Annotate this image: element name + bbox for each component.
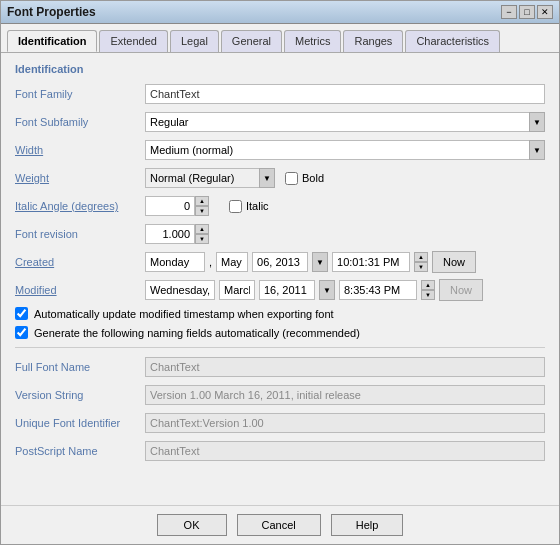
- font-properties-window: Font Properties − □ ✕ Identification Ext…: [0, 0, 560, 545]
- separator: [15, 347, 545, 348]
- minimize-button[interactable]: −: [501, 5, 517, 19]
- ok-button[interactable]: OK: [157, 514, 227, 536]
- created-time-down[interactable]: ▼: [414, 262, 428, 272]
- auto-update-checkbox[interactable]: [15, 307, 28, 320]
- weight-select-wrap: Normal (Regular) Bold Light ▼: [145, 168, 275, 188]
- modified-time-down[interactable]: ▼: [421, 290, 435, 300]
- help-button[interactable]: Help: [331, 514, 404, 536]
- version-string-label: Version String: [15, 389, 145, 401]
- font-subfamily-select[interactable]: Regular Bold Italic: [145, 112, 545, 132]
- italic-label: Italic: [246, 200, 269, 212]
- cancel-button[interactable]: Cancel: [237, 514, 321, 536]
- italic-angle-spin-buttons: ▲ ▼: [195, 196, 209, 216]
- generate-checkbox[interactable]: [15, 326, 28, 339]
- weight-row: Weight Normal (Regular) Bold Light ▼ Bol…: [15, 167, 545, 189]
- font-subfamily-label: Font Subfamily: [15, 116, 145, 128]
- modified-time-input[interactable]: [339, 280, 417, 300]
- font-revision-spin-buttons: ▲ ▼: [195, 224, 209, 244]
- width-select-wrap: Medium (normal) Condensed Expanded ▼: [145, 140, 545, 160]
- font-revision-row: Font revision ▲ ▼: [15, 223, 545, 245]
- generate-row: Generate the following naming fields aut…: [15, 326, 545, 339]
- font-revision-label: Font revision: [15, 228, 145, 240]
- created-day-input[interactable]: [145, 252, 205, 272]
- version-string-input[interactable]: [145, 385, 545, 405]
- bold-checkbox-row: Bold: [285, 172, 324, 185]
- modified-date-row: ▼ ▲ ▼ Now: [145, 279, 483, 301]
- font-family-input[interactable]: [145, 84, 545, 104]
- created-time-input[interactable]: [332, 252, 410, 272]
- unique-id-label: Unique Font Identifier: [15, 417, 145, 429]
- font-subfamily-select-wrap: Regular Bold Italic ▼: [145, 112, 545, 132]
- bold-checkbox[interactable]: [285, 172, 298, 185]
- version-string-row: Version String: [15, 384, 545, 406]
- tab-identification[interactable]: Identification: [7, 30, 97, 52]
- width-row: Width Medium (normal) Condensed Expanded…: [15, 139, 545, 161]
- modified-time-spin: ▲ ▼: [421, 280, 435, 300]
- modified-date-input[interactable]: [259, 280, 315, 300]
- modified-now-button[interactable]: Now: [439, 279, 483, 301]
- tab-extended[interactable]: Extended: [99, 30, 167, 52]
- font-revision-input[interactable]: [145, 224, 195, 244]
- title-controls: − □ ✕: [501, 5, 553, 19]
- created-date-arrow[interactable]: ▼: [312, 252, 328, 272]
- full-font-name-label: Full Font Name: [15, 361, 145, 373]
- modified-day-input[interactable]: [145, 280, 215, 300]
- created-now-button[interactable]: Now: [432, 251, 476, 273]
- italic-angle-up[interactable]: ▲: [195, 196, 209, 206]
- created-month-input[interactable]: [216, 252, 248, 272]
- font-subfamily-row: Font Subfamily Regular Bold Italic ▼: [15, 111, 545, 133]
- font-revision-spin: ▲ ▼: [145, 224, 209, 244]
- tab-characteristics[interactable]: Characteristics: [405, 30, 500, 52]
- italic-angle-down[interactable]: ▼: [195, 206, 209, 216]
- modified-row: Modified ▼ ▲ ▼ Now: [15, 279, 545, 301]
- modified-time-up[interactable]: ▲: [421, 280, 435, 290]
- italic-controls: ▲ ▼ Italic: [145, 196, 269, 216]
- tab-ranges[interactable]: Ranges: [343, 30, 403, 52]
- maximize-button[interactable]: □: [519, 5, 535, 19]
- modified-date-arrow[interactable]: ▼: [319, 280, 335, 300]
- tab-general[interactable]: General: [221, 30, 282, 52]
- weight-label: Weight: [15, 172, 145, 184]
- created-date-input[interactable]: [252, 252, 308, 272]
- section-title: Identification: [15, 63, 545, 75]
- width-select[interactable]: Medium (normal) Condensed Expanded: [145, 140, 545, 160]
- created-time-up[interactable]: ▲: [414, 252, 428, 262]
- auto-update-label: Automatically update modified timestamp …: [34, 308, 334, 320]
- font-revision-down[interactable]: ▼: [195, 234, 209, 244]
- italic-checkbox[interactable]: [229, 200, 242, 213]
- postscript-label: PostScript Name: [15, 445, 145, 457]
- content-area: Identification Font Family Font Subfamil…: [1, 53, 559, 505]
- modified-month-input[interactable]: [219, 280, 255, 300]
- modified-label: Modified: [15, 284, 145, 296]
- font-revision-up[interactable]: ▲: [195, 224, 209, 234]
- font-family-label: Font Family: [15, 88, 145, 100]
- title-bar: Font Properties − □ ✕: [1, 1, 559, 24]
- close-button[interactable]: ✕: [537, 5, 553, 19]
- italic-checkbox-row: Italic: [229, 200, 269, 213]
- postscript-row: PostScript Name: [15, 440, 545, 462]
- created-date-row: , ▼ ▲ ▼ Now: [145, 251, 476, 273]
- italic-angle-input[interactable]: [145, 196, 195, 216]
- italic-angle-label: Italic Angle (degrees): [15, 200, 145, 212]
- generate-label: Generate the following naming fields aut…: [34, 327, 360, 339]
- weight-select[interactable]: Normal (Regular) Bold Light: [145, 168, 275, 188]
- auto-update-row: Automatically update modified timestamp …: [15, 307, 545, 320]
- created-row: Created , ▼ ▲ ▼ Now: [15, 251, 545, 273]
- created-time-spin: ▲ ▼: [414, 252, 428, 272]
- tab-metrics[interactable]: Metrics: [284, 30, 341, 52]
- postscript-input[interactable]: [145, 441, 545, 461]
- italic-angle-row: Italic Angle (degrees) ▲ ▼ Italic: [15, 195, 545, 217]
- tab-legal[interactable]: Legal: [170, 30, 219, 52]
- font-family-row: Font Family: [15, 83, 545, 105]
- italic-angle-spin: ▲ ▼: [145, 196, 209, 216]
- bold-label: Bold: [302, 172, 324, 184]
- width-label: Width: [15, 144, 145, 156]
- full-font-name-input[interactable]: [145, 357, 545, 377]
- full-font-name-row: Full Font Name: [15, 356, 545, 378]
- created-label: Created: [15, 256, 145, 268]
- window-title: Font Properties: [7, 5, 96, 19]
- tab-bar: Identification Extended Legal General Me…: [1, 24, 559, 53]
- unique-id-input[interactable]: [145, 413, 545, 433]
- created-sep: ,: [209, 256, 212, 268]
- footer: OK Cancel Help: [1, 505, 559, 544]
